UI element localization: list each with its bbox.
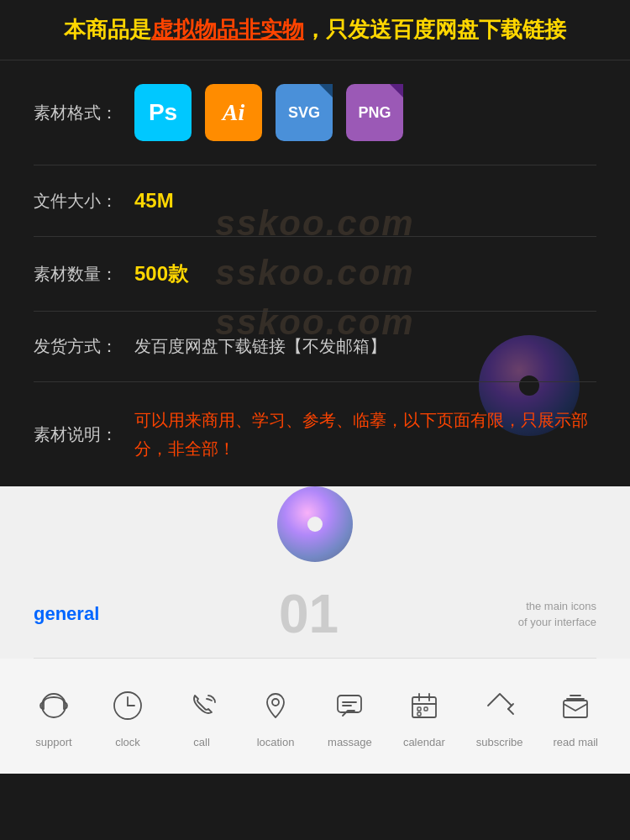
banner-text: 本商品是虚拟物品非实物，只发送百度网盘下载链接 [17, 15, 613, 45]
call-icon [180, 684, 223, 727]
subscribe-icon [478, 684, 522, 727]
shipping-value-container: 发百度网盘下载链接【不发邮箱】 [134, 335, 596, 358]
general-subtitle-line1: the main icons [518, 598, 596, 615]
read-mail-item: read mail [554, 684, 598, 748]
support-label: support [35, 736, 71, 748]
massage-label: massage [328, 736, 372, 748]
calendar-icon [402, 684, 446, 727]
cd-transition-decoration [277, 486, 353, 562]
massage-icon [328, 684, 371, 727]
shipping-value: 发百度网盘下载链接【不发邮箱】 [134, 337, 386, 355]
svg-icon: SVG [276, 84, 333, 141]
svg-rect-14 [417, 712, 421, 716]
subscribe-label: subscribe [476, 736, 523, 748]
desc-row: 素材说明： 可以用来商用、学习、参考、临摹，以下页面有限，只展示部分，非全部！ [34, 382, 596, 486]
ai-icon: Ai [205, 84, 262, 141]
call-label: call [193, 736, 210, 748]
clock-label: clock [115, 736, 140, 748]
desc-value: 可以用来商用、学习、参考、临摹，以下页面有限，只展示部分，非全部！ [134, 411, 588, 458]
banner-after: ，只发送百度网盘下载链接 [304, 17, 566, 42]
info-section: sskoo.com sskoo.com sskoo.com 素材格式： Ps A… [0, 60, 630, 486]
desc-value-container: 可以用来商用、学习、参考、临摹，以下页面有限，只展示部分，非全部！ [134, 406, 596, 463]
size-value: 45M [134, 189, 174, 212]
clock-icon [106, 684, 150, 727]
banner-highlight: 虚拟物品非实物 [151, 17, 304, 42]
top-banner: 本商品是虚拟物品非实物，只发送百度网盘下载链接 [0, 0, 630, 60]
calendar-item: calendar [402, 684, 446, 748]
count-value: 500款 [134, 262, 188, 285]
bottom-section: general 01 the main icons of your interf… [0, 486, 630, 774]
massage-item: massage [328, 684, 372, 748]
clock-item: clock [106, 684, 150, 748]
count-row: 素材数量： 500款 [34, 237, 596, 312]
location-label: location [257, 736, 295, 748]
ps-icon: Ps [134, 84, 192, 141]
location-icon [254, 684, 297, 727]
size-label: 文件大小： [34, 190, 134, 213]
general-header: general 01 the main icons of your interf… [0, 579, 630, 658]
size-row: 文件大小： 45M [34, 165, 596, 237]
general-number: 01 [279, 587, 339, 641]
svg-rect-15 [564, 701, 587, 717]
banner-before: 本商品是 [64, 17, 151, 42]
call-item: call [180, 684, 223, 748]
png-icon: PNG [346, 84, 403, 141]
icons-row: support clock call [0, 659, 630, 774]
format-label: 素材格式： [34, 102, 134, 124]
general-subtitle: the main icons of your interface [518, 598, 596, 631]
svg-rect-12 [417, 707, 421, 711]
size-value-container: 45M [134, 189, 596, 213]
general-label: general [34, 603, 99, 625]
read-mail-icon [554, 684, 597, 727]
general-subtitle-line2: of your interface [518, 614, 596, 631]
support-icon [32, 684, 76, 727]
count-value-container: 500款 [134, 260, 596, 287]
desc-label: 素材说明： [34, 423, 134, 446]
svg-point-4 [272, 699, 279, 706]
location-item: location [254, 684, 297, 748]
format-icons-container: Ps Ai SVG PNG [134, 84, 596, 141]
count-label: 素材数量： [34, 263, 134, 286]
format-row: 素材格式： Ps Ai SVG PNG [34, 60, 596, 165]
shipping-row: 发货方式： 发百度网盘下载链接【不发邮箱】 [34, 312, 596, 382]
shipping-label: 发货方式： [34, 335, 134, 358]
read-mail-label: read mail [554, 736, 598, 748]
svg-rect-13 [424, 707, 428, 711]
calendar-label: calendar [403, 736, 445, 748]
svg-rect-5 [338, 696, 361, 712]
support-item: support [32, 684, 76, 748]
subscribe-item: subscribe [476, 684, 523, 748]
